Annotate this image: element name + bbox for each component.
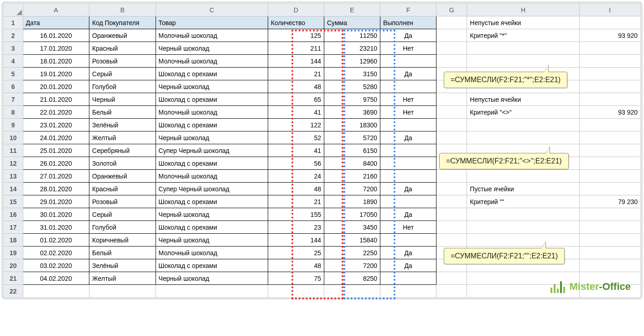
cell-C1[interactable]: Товар [156, 16, 268, 29]
cell-H10[interactable] [467, 131, 579, 144]
cell-G21[interactable] [436, 272, 467, 285]
cell-E16[interactable]: 17050 [324, 208, 380, 221]
cell-I18[interactable] [579, 234, 640, 247]
cell-C9[interactable]: Шоколад с орехами [156, 119, 268, 131]
cell-F12[interactable] [380, 157, 436, 170]
row-header-16[interactable]: 16 [4, 208, 23, 221]
cell-B13[interactable]: Оранжевый [89, 170, 156, 183]
row-header-7[interactable]: 7 [4, 93, 23, 106]
cell-B20[interactable]: Зелёный [89, 259, 156, 272]
cell-C4[interactable]: Молочный шоколад [156, 55, 268, 68]
cell-E8[interactable]: 3690 [324, 106, 380, 119]
cell-I6[interactable] [579, 80, 640, 93]
cell-F3[interactable]: Нет [380, 42, 436, 55]
cell-B9[interactable]: Зелёный [89, 119, 156, 131]
cell-D15[interactable]: 21 [268, 195, 324, 208]
cell-E15[interactable]: 1890 [324, 195, 380, 208]
cell-A21[interactable]: 04.02.2020 [23, 272, 89, 285]
cell-I15[interactable]: 79 230 [579, 195, 640, 208]
cell-F11[interactable] [380, 144, 436, 157]
cell-I17[interactable] [579, 221, 640, 234]
cell-B7[interactable]: Черный [89, 93, 156, 106]
row-header-18[interactable]: 18 [4, 234, 23, 247]
cell-F16[interactable]: Да [380, 208, 436, 221]
cell-A10[interactable]: 24.01.2020 [23, 131, 89, 144]
cell-E14[interactable]: 7200 [324, 183, 380, 195]
cell-H18[interactable] [467, 234, 579, 247]
cell-empty-22-5[interactable] [380, 285, 436, 298]
cell-C13[interactable]: Молочный шоколад [156, 170, 268, 183]
cell-B4[interactable]: Розовый [89, 55, 156, 68]
cell-D3[interactable]: 211 [268, 42, 324, 55]
cell-A2[interactable]: 16.01.2020 [23, 29, 89, 42]
row-header-20[interactable]: 20 [4, 259, 23, 272]
cell-empty-22-6[interactable] [436, 285, 467, 298]
cell-E9[interactable]: 18300 [324, 119, 380, 131]
col-header-G[interactable]: G [436, 4, 467, 16]
cell-B19[interactable]: Белый [89, 247, 156, 259]
row-header-21[interactable]: 21 [4, 272, 23, 285]
cell-D13[interactable]: 24 [268, 170, 324, 183]
cell-I14[interactable] [579, 183, 640, 195]
cell-A5[interactable]: 19.01.2020 [23, 68, 89, 80]
cell-H15[interactable]: Критерий "" [467, 195, 579, 208]
col-header-H[interactable]: H [467, 4, 579, 16]
cell-B11[interactable]: Серебряный [89, 144, 156, 157]
cell-H7[interactable]: Непустые ячейки [467, 93, 579, 106]
row-header-1[interactable]: 1 [4, 16, 23, 29]
cell-F7[interactable]: Нет [380, 93, 436, 106]
cell-G17[interactable] [436, 221, 467, 234]
col-header-D[interactable]: D [268, 4, 324, 16]
cell-C5[interactable]: Шоколад с орехами [156, 68, 268, 80]
cell-B8[interactable]: Белый [89, 106, 156, 119]
cell-F19[interactable]: Да [380, 247, 436, 259]
row-header-13[interactable]: 13 [4, 170, 23, 183]
cell-A14[interactable]: 28.01.2020 [23, 183, 89, 195]
cell-F14[interactable]: Да [380, 183, 436, 195]
cell-B18[interactable]: Коричневый [89, 234, 156, 247]
cell-D2[interactable]: 125 [268, 29, 324, 42]
cell-I20[interactable] [579, 259, 640, 272]
cell-I4[interactable] [579, 55, 640, 68]
cell-B1[interactable]: Код Покупателя [89, 16, 156, 29]
cell-F10[interactable]: Да [380, 131, 436, 144]
cell-B14[interactable]: Красный [89, 183, 156, 195]
row-header-9[interactable]: 9 [4, 119, 23, 131]
cell-I10[interactable] [579, 131, 640, 144]
row-header-4[interactable]: 4 [4, 55, 23, 68]
col-header-A[interactable]: A [23, 4, 89, 16]
cell-F8[interactable]: Нет [380, 106, 436, 119]
cell-A9[interactable]: 23.01.2020 [23, 119, 89, 131]
cell-C17[interactable]: Шоколад с орехами [156, 221, 268, 234]
cell-F4[interactable] [380, 55, 436, 68]
cell-C16[interactable]: Черный шоколад [156, 208, 268, 221]
cell-D1[interactable]: Количество [268, 16, 324, 29]
cell-empty-22-0[interactable] [23, 285, 89, 298]
cell-H4[interactable] [467, 55, 579, 68]
cell-D8[interactable]: 41 [268, 106, 324, 119]
cell-H3[interactable] [467, 42, 579, 55]
cell-F13[interactable] [380, 170, 436, 183]
cell-G9[interactable] [436, 119, 467, 131]
row-header-14[interactable]: 14 [4, 183, 23, 195]
cell-C8[interactable]: Молочный шоколад [156, 106, 268, 119]
cell-B10[interactable]: Желтый [89, 131, 156, 144]
row-header-11[interactable]: 11 [4, 144, 23, 157]
cell-D19[interactable]: 25 [268, 247, 324, 259]
cell-A3[interactable]: 17.01.2020 [23, 42, 89, 55]
row-header-8[interactable]: 8 [4, 106, 23, 119]
row-header-6[interactable]: 6 [4, 80, 23, 93]
cell-empty-22-4[interactable] [324, 285, 380, 298]
cell-E19[interactable]: 2250 [324, 247, 380, 259]
cell-D4[interactable]: 144 [268, 55, 324, 68]
cell-E2[interactable]: 11250 [324, 29, 380, 42]
cell-I2[interactable]: 93 920 [579, 29, 640, 42]
cell-E4[interactable]: 12960 [324, 55, 380, 68]
cell-C7[interactable]: Шоколад с орехами [156, 93, 268, 106]
cell-G16[interactable] [436, 208, 467, 221]
cell-G3[interactable] [436, 42, 467, 55]
cell-E5[interactable]: 3150 [324, 68, 380, 80]
cell-C11[interactable]: Супер Черный шоколад [156, 144, 268, 157]
cell-A19[interactable]: 02.02.2020 [23, 247, 89, 259]
cell-D20[interactable]: 48 [268, 259, 324, 272]
